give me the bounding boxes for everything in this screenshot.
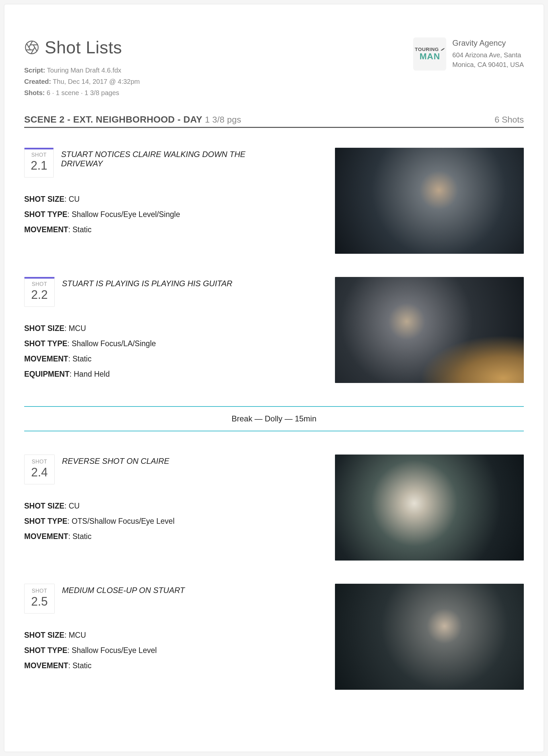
shot-size: SHOT SIZE: MCU — [24, 627, 283, 643]
shot-props: SHOT SIZE: MCUSHOT TYPE: Shallow Focus/E… — [24, 627, 283, 673]
shot-thumbnail — [335, 584, 524, 690]
shot-badge: SHOT2.2 — [24, 277, 55, 307]
shot-props: SHOT SIZE: MCUSHOT TYPE: Shallow Focus/L… — [24, 321, 283, 382]
shot-props: SHOT SIZE: CUSHOT TYPE: Shallow Focus/Ey… — [24, 191, 283, 237]
shot-number: 2.2 — [25, 288, 54, 302]
shot-size: SHOT SIZE: CU — [24, 498, 283, 513]
shot-badge-label: SHOT — [25, 281, 54, 287]
shot-description: REVERSE SHOT ON CLAIRE — [62, 455, 169, 466]
scene-heading: SCENE 2 - EXT. NEIGHBORHOOD - DAY — [24, 114, 202, 125]
shot-badge: SHOT2.4 — [24, 455, 55, 484]
shot-description: STUART IS PLAYING IS PLAYING HIS GUITAR — [62, 277, 232, 288]
agency-name: Gravity Agency — [452, 37, 524, 49]
shot-type: SHOT TYPE: Shallow Focus/Eye Level/Singl… — [24, 207, 283, 222]
shot-thumbnail — [335, 277, 524, 383]
created-value: Thu, Dec 14, 2017 @ 4:32pm — [53, 78, 140, 85]
shot-row: SHOT2.5MEDIUM CLOSE-UP ON STUARTSHOT SIZ… — [24, 584, 524, 690]
shot-badge-label: SHOT — [25, 152, 53, 158]
shots-label: Shots: — [24, 89, 45, 96]
shot-badge: SHOT2.1 — [24, 148, 54, 178]
shot-size: SHOT SIZE: MCU — [24, 321, 283, 336]
shot-movement: MOVEMENT: Static — [24, 222, 283, 237]
shot-type: SHOT TYPE: Shallow Focus/Eye Level — [24, 643, 283, 658]
shot-description: MEDIUM CLOSE-UP ON STUART — [62, 584, 185, 595]
shot-props: SHOT SIZE: CUSHOT TYPE: OTS/Shallow Focu… — [24, 498, 283, 544]
scene-pgs: 1 3/8 pgs — [205, 115, 241, 125]
shot-left: SHOT2.5MEDIUM CLOSE-UP ON STUARTSHOT SIZ… — [24, 584, 283, 673]
shot-badge: SHOT2.5 — [24, 584, 55, 614]
agency-address-2: Monica, CA 90401, USA — [452, 60, 524, 70]
guitar-icon — [440, 48, 445, 51]
shot-movement: MOVEMENT: Static — [24, 351, 283, 366]
shot-equipment: EQUIPMENT: Hand Held — [24, 366, 283, 382]
aperture-icon — [24, 40, 39, 55]
svg-line-1 — [33, 45, 37, 51]
svg-line-3 — [29, 41, 32, 47]
shot-movement: MOVEMENT: Static — [24, 658, 283, 673]
page-title: Shot Lists — [45, 37, 122, 57]
svg-line-6 — [31, 47, 35, 54]
script-label: Script: — [24, 67, 45, 74]
shot-left: SHOT2.2STUART IS PLAYING IS PLAYING HIS … — [24, 277, 283, 382]
scene-header: SCENE 2 - EXT. NEIGHBORHOOD - DAY 1 3/8 … — [24, 114, 524, 128]
agency-logo: TOURING MAN — [413, 37, 446, 71]
shots-container: SHOT2.1STUART NOTICES CLAIRE WALKING DOW… — [24, 148, 524, 690]
logo-line2: MAN — [419, 51, 440, 62]
shot-number: 2.5 — [25, 595, 54, 609]
meta: Script: Touring Man Draft 4.6.fdx Create… — [24, 65, 140, 98]
shot-row: SHOT2.4REVERSE SHOT ON CLAIRESHOT SIZE: … — [24, 455, 524, 561]
shot-badge-label: SHOT — [25, 588, 54, 594]
header: Shot Lists Script: Touring Man Draft 4.6… — [24, 37, 524, 98]
shot-description: STUART NOTICES CLAIRE WALKING DOWN THE D… — [61, 148, 283, 168]
created-label: Created: — [24, 78, 51, 85]
shot-badge-label: SHOT — [25, 459, 54, 465]
title-block: Shot Lists Script: Touring Man Draft 4.6… — [24, 37, 140, 98]
break-block: Break — Dolly — 15min — [24, 406, 524, 431]
script-value: Touring Man Draft 4.6.fdx — [47, 67, 122, 74]
agency-address-1: 604 Arizona Ave, Santa — [452, 50, 524, 60]
agency-text: Gravity Agency 604 Arizona Ave, Santa Mo… — [452, 37, 524, 70]
shot-number: 2.4 — [25, 465, 54, 479]
shot-movement: MOVEMENT: Static — [24, 529, 283, 544]
shots-value: 6 · 1 scene · 1 3/8 pages — [47, 89, 119, 96]
shot-left: SHOT2.4REVERSE SHOT ON CLAIRESHOT SIZE: … — [24, 455, 283, 544]
shot-type: SHOT TYPE: Shallow Focus/LA/Single — [24, 336, 283, 351]
svg-line-4 — [27, 44, 30, 50]
shot-row: SHOT2.1STUART NOTICES CLAIRE WALKING DOW… — [24, 148, 524, 254]
shot-number: 2.1 — [25, 159, 53, 173]
shot-left: SHOT2.1STUART NOTICES CLAIRE WALKING DOW… — [24, 148, 283, 237]
shot-thumbnail — [335, 148, 524, 254]
scene-shot-count: 6 Shots — [495, 115, 524, 125]
page: Shot Lists Script: Touring Man Draft 4.6… — [4, 4, 544, 752]
agency-block: TOURING MAN Gravity Agency 604 Arizona A… — [413, 37, 524, 71]
shot-type: SHOT TYPE: OTS/Shallow Focus/Eye Level — [24, 513, 283, 529]
break-text: Break — Dolly — 15min — [24, 407, 524, 431]
shot-row: SHOT2.2STUART IS PLAYING IS PLAYING HIS … — [24, 277, 524, 383]
shot-size: SHOT SIZE: CU — [24, 191, 283, 207]
break-line-bottom — [24, 431, 524, 431]
shot-thumbnail — [335, 455, 524, 561]
